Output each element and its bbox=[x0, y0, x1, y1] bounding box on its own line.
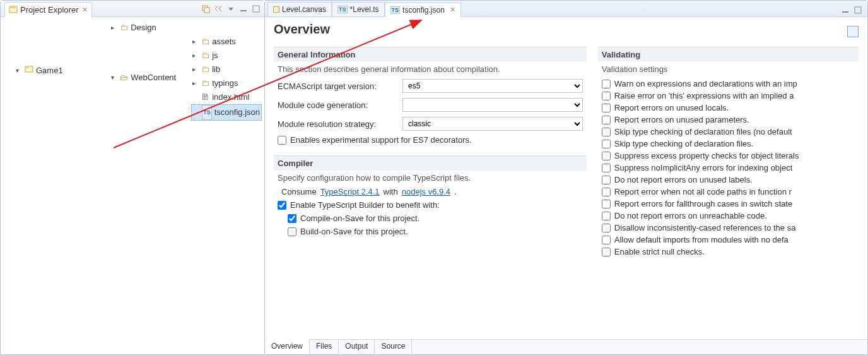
compile-on-save-label: Compile-on-Save for this project. bbox=[300, 214, 419, 223]
folder-open-icon: 🗁 bbox=[120, 71, 128, 85]
validating-checkbox[interactable] bbox=[602, 80, 611, 88]
tree-item-tsconfig[interactable]: TStsconfig.json bbox=[191, 104, 262, 121]
validating-checkbox[interactable] bbox=[602, 128, 611, 136]
validating-label: Do not report errors on unused labels. bbox=[614, 175, 753, 184]
validating-label: Suppress noImplicitAny errors for indexi… bbox=[614, 163, 793, 172]
editor-tabbar: Level.canvas TS *Level.ts TS tsconfig.js… bbox=[265, 1, 867, 17]
explorer-tab[interactable]: Project Explorer ✕ bbox=[4, 2, 92, 17]
view-menu-icon[interactable] bbox=[226, 4, 235, 13]
bottom-tab-output[interactable]: Output bbox=[339, 340, 375, 354]
validating-label: Report errors on unused locals. bbox=[614, 103, 729, 112]
validating-item: Skip type checking of declaration files … bbox=[601, 126, 856, 138]
validating-label: Report error when not all code paths in … bbox=[614, 187, 792, 196]
validating-label: Suppress excess property checks for obje… bbox=[614, 151, 799, 160]
typescript-version-link[interactable]: TypeScript 2.4.1 bbox=[320, 187, 380, 196]
tree-item-typings[interactable]: ▸🗀typings bbox=[191, 76, 262, 90]
tree-item-webcontent[interactable]: ▾ 🗁 WebContent bbox=[110, 71, 177, 85]
minimize-icon[interactable] bbox=[841, 6, 850, 16]
es7-decorators-checkbox[interactable] bbox=[278, 136, 286, 145]
expand-icon[interactable]: ▸ bbox=[192, 49, 199, 63]
tree-item-project[interactable]: ▾ Game1 bbox=[15, 64, 96, 78]
expand-icon[interactable]: ▸ bbox=[192, 76, 199, 90]
folder-icon: 🗀 bbox=[201, 49, 209, 63]
expand-icon[interactable]: ▸ bbox=[192, 63, 199, 76]
validating-checkbox[interactable] bbox=[602, 116, 611, 124]
html-file-icon: 🖹 bbox=[201, 90, 209, 104]
validating-checkbox[interactable] bbox=[602, 152, 611, 160]
maximize-icon[interactable] bbox=[252, 4, 261, 13]
validating-checkbox[interactable] bbox=[602, 164, 611, 172]
validating-checkbox[interactable] bbox=[602, 188, 611, 196]
bottom-tab-source[interactable]: Source bbox=[375, 340, 412, 354]
build-on-save-checkbox[interactable] bbox=[288, 227, 296, 236]
expand-icon[interactable]: ▸ bbox=[192, 35, 199, 49]
editor-bottom-tabs: Overview Files Output Source bbox=[265, 339, 867, 354]
validating-item: Disallow inconsistently-cased references… bbox=[601, 222, 856, 234]
tab-label: tsconfig.json bbox=[402, 6, 445, 15]
build-on-save-label: Build-on-Save for this project. bbox=[300, 227, 408, 236]
svg-rect-1 bbox=[9, 6, 17, 8]
validating-item: Skip type checking of declaration files. bbox=[601, 138, 856, 150]
module-gen-select[interactable] bbox=[402, 98, 583, 112]
tree-label: Game1 bbox=[36, 64, 63, 78]
validating-checkbox[interactable] bbox=[602, 224, 611, 232]
tab-tsconfig[interactable]: TS tsconfig.json ✕ bbox=[385, 3, 461, 17]
tree-label: lib bbox=[212, 63, 220, 76]
validating-item: Report errors on unused parameters. bbox=[601, 114, 856, 126]
validating-checkbox[interactable] bbox=[602, 248, 611, 256]
tree-item-design[interactable]: ▸ 🗀 Design bbox=[110, 21, 262, 35]
validating-checkbox[interactable] bbox=[602, 92, 611, 100]
folder-icon: 🗀 bbox=[201, 76, 209, 90]
expand-icon[interactable]: ▾ bbox=[111, 71, 117, 85]
ecma-target-select[interactable]: es5 bbox=[402, 79, 583, 93]
maximize-icon[interactable] bbox=[853, 6, 862, 16]
validating-checkbox[interactable] bbox=[602, 104, 611, 112]
validating-checkbox[interactable] bbox=[602, 140, 611, 148]
validating-checkbox[interactable] bbox=[602, 176, 611, 184]
editor-body: Overview General Information This sectio… bbox=[265, 17, 867, 354]
tree-label: tsconfig.json bbox=[214, 105, 260, 119]
bottom-tab-files[interactable]: Files bbox=[310, 340, 339, 354]
close-icon[interactable]: ✕ bbox=[450, 6, 455, 14]
validating-checkbox[interactable] bbox=[602, 200, 611, 208]
tab-level-canvas[interactable]: Level.canvas bbox=[267, 2, 332, 16]
tree-item-indexhtml[interactable]: 🖹index.html bbox=[191, 90, 262, 104]
link-editor-icon[interactable] bbox=[214, 4, 223, 13]
collapse-all-icon[interactable] bbox=[201, 4, 210, 13]
tree-item-lib[interactable]: ▸🗀lib bbox=[191, 63, 262, 76]
explorer-toolbar bbox=[201, 4, 261, 13]
compile-on-save-checkbox[interactable] bbox=[288, 214, 296, 223]
bottom-tab-overview[interactable]: Overview bbox=[265, 339, 310, 354]
module-gen-label: Module code generation: bbox=[278, 100, 397, 110]
folder-icon: 🗀 bbox=[120, 21, 128, 35]
expand-icon[interactable]: ▾ bbox=[16, 64, 22, 78]
section-desc: Validation settings bbox=[598, 62, 859, 76]
minimize-icon[interactable] bbox=[239, 4, 248, 13]
dot: . bbox=[454, 187, 457, 196]
nodejs-version-link[interactable]: nodejs v6.9.4 bbox=[402, 187, 450, 196]
ts-file-icon: TS bbox=[390, 6, 401, 14]
svg-rect-3 bbox=[204, 8, 209, 13]
validating-item: Do not report errors on unreachable code… bbox=[601, 210, 856, 222]
tree-label: index.html bbox=[212, 90, 249, 104]
tree-label: Design bbox=[131, 21, 156, 35]
canvas-file-icon bbox=[273, 6, 279, 13]
tree-item-assets[interactable]: ▸🗀assets bbox=[191, 35, 262, 49]
tree-item-js[interactable]: ▸🗀js bbox=[191, 49, 262, 63]
tab-level-ts[interactable]: TS *Level.ts bbox=[332, 2, 385, 16]
expand-icon[interactable]: ▸ bbox=[111, 21, 117, 35]
binary-icon[interactable] bbox=[847, 26, 859, 37]
validating-list: Warn on expressions and declarations wit… bbox=[598, 76, 859, 259]
enable-builder-checkbox[interactable] bbox=[278, 201, 286, 210]
validating-checkbox[interactable] bbox=[602, 212, 611, 220]
section-header: Validating bbox=[598, 47, 859, 62]
validating-checkbox[interactable] bbox=[602, 236, 611, 244]
module-res-select[interactable]: classic bbox=[402, 117, 583, 131]
project-tree[interactable]: ▾ Game1 ▸ 🗀 Design bbox=[1, 17, 264, 124]
ts-file-icon: TS bbox=[202, 105, 212, 120]
close-icon[interactable]: ✕ bbox=[82, 6, 88, 14]
validating-item: Raise error on 'this' expressions with a… bbox=[601, 90, 856, 102]
validating-item: Suppress noImplicitAny errors for indexi… bbox=[601, 162, 856, 174]
tree-label: typings bbox=[212, 76, 238, 90]
tree-label: js bbox=[212, 49, 218, 63]
